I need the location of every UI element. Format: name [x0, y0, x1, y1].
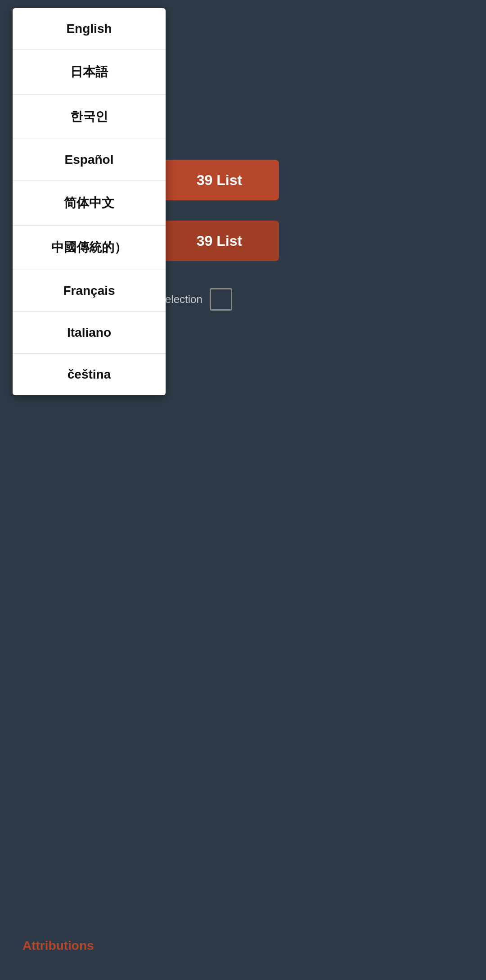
language-item-traditional-chinese[interactable]: 中國傳統的）	[13, 226, 166, 270]
language-item-simplified-chinese[interactable]: 简体中文	[13, 181, 166, 226]
language-item-japanese[interactable]: 日本語	[13, 50, 166, 95]
language-item-spanish[interactable]: Español	[13, 139, 166, 181]
list-button-2[interactable]: 39 List	[160, 221, 279, 261]
selection-row: selection	[160, 288, 232, 311]
attributions-link[interactable]: Attributions	[22, 939, 94, 953]
selection-checkbox[interactable]	[210, 288, 232, 311]
language-item-czech[interactable]: čeština	[13, 354, 166, 395]
list-button-1[interactable]: 39 List	[160, 160, 279, 200]
language-dropdown[interactable]: English 日本語 한국인 Español 简体中文 中國傳統的） Fran…	[13, 8, 166, 395]
language-item-korean[interactable]: 한국인	[13, 95, 166, 139]
language-item-french[interactable]: Français	[13, 270, 166, 312]
language-item-italian[interactable]: Italiano	[13, 312, 166, 354]
selection-label: selection	[160, 293, 202, 306]
language-item-english[interactable]: English	[13, 8, 166, 50]
